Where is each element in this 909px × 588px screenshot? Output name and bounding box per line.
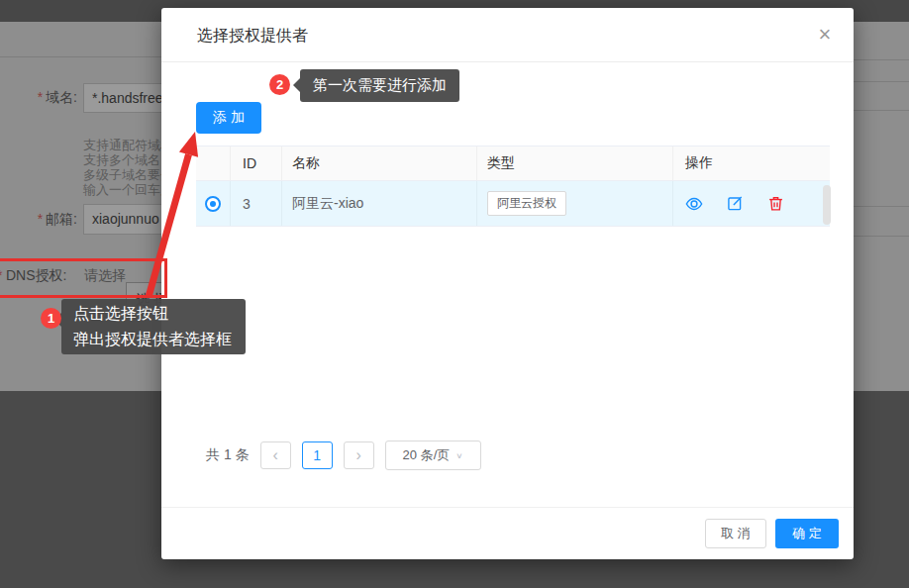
edit-icon[interactable]: [727, 195, 744, 212]
select-provider-modal: 选择授权提供者 × 添 加 ID 名称 类型 操作 3 阿里云-xiao 阿里云…: [161, 8, 854, 559]
background-divider: [0, 56, 161, 57]
page-size-select[interactable]: 20 条/页 ∨: [385, 441, 481, 470]
cell-id: 3: [231, 181, 282, 226]
background-divider: [854, 110, 909, 111]
view-icon[interactable]: [685, 195, 703, 213]
provider-table: ID 名称 类型 操作 3 阿里云-xiao 阿里云授权: [196, 146, 830, 227]
table-scrollbar-thumb[interactable]: [823, 185, 831, 225]
domain-input[interactable]: *.handsfree: [83, 83, 172, 113]
step-1-tooltip: 点击选择按钮 弹出授权提供者选择框: [61, 299, 246, 354]
step-1-text-line1: 点击选择按钮: [73, 301, 234, 327]
screen: *域名: *.handsfree 支持通配符域名 支持多个域名、 多级子域名要分…: [0, 0, 909, 588]
cell-name: 阿里云-xiao: [282, 181, 477, 226]
header-select-column: [196, 147, 231, 180]
domain-hint-line: 输入一个回车之: [83, 182, 173, 197]
step-2-badge: 2: [269, 74, 290, 95]
email-input[interactable]: xiaojunnuo: [83, 204, 172, 235]
confirm-button[interactable]: 确 定: [775, 519, 839, 548]
required-asterisk: *: [38, 89, 43, 105]
cell-actions: [673, 181, 830, 226]
table-row[interactable]: 3 阿里云-xiao 阿里云授权: [196, 181, 830, 227]
header-name: 名称: [282, 147, 477, 180]
table-header-row: ID 名称 类型 操作: [196, 147, 830, 181]
domain-label: *域名:: [0, 89, 77, 107]
close-icon[interactable]: ×: [810, 20, 840, 49]
header-action: 操作: [673, 147, 830, 180]
pagination: 共 1 条 ‹ 1 › 20 条/页 ∨: [206, 441, 481, 470]
type-tag: 阿里云授权: [487, 191, 566, 216]
domain-hint-line: 多级子域名要分: [83, 167, 173, 182]
annotation-highlight-box: [0, 258, 167, 298]
modal-footer: 取 消 确 定: [161, 507, 854, 559]
domain-hint-line: 支持多个域名、: [83, 152, 173, 167]
cell-type: 阿里云授权: [477, 181, 673, 226]
modal-title: 选择授权提供者: [197, 26, 308, 47]
page-size-value: 20 条/页: [403, 446, 451, 464]
cancel-button[interactable]: 取 消: [705, 519, 766, 548]
next-page-button[interactable]: ›: [344, 441, 374, 469]
chevron-down-icon: ∨: [455, 451, 462, 460]
step-1-text-line2: 弹出授权提供者选择框: [73, 327, 234, 352]
background-divider: [854, 81, 909, 82]
add-button[interactable]: 添 加: [196, 102, 261, 134]
delete-icon[interactable]: [767, 195, 784, 212]
background-divider: [854, 59, 909, 60]
step-2-text: 第一次需要进行添加: [313, 76, 447, 95]
prev-page-button[interactable]: ‹: [260, 441, 291, 469]
tooltip-pointer: [293, 78, 300, 92]
background-divider: [854, 206, 909, 207]
required-asterisk: *: [38, 211, 43, 227]
radio-selected-icon[interactable]: [205, 196, 221, 212]
current-page-button[interactable]: 1: [302, 441, 333, 469]
email-label: *邮箱:: [0, 211, 77, 229]
background-divider: [854, 236, 909, 237]
domain-hint-line: 支持通配符域名: [83, 138, 173, 152]
domain-hints: 支持通配符域名 支持多个域名、 多级子域名要分 输入一个回车之: [83, 138, 173, 197]
pagination-total: 共 1 条: [206, 446, 250, 464]
header-type: 类型: [477, 147, 673, 180]
modal-header: 选择授权提供者 ×: [161, 8, 854, 62]
step-1-badge: 1: [41, 308, 61, 329]
header-id: ID: [231, 147, 282, 180]
step-2-tooltip: 第一次需要进行添加: [300, 69, 459, 102]
